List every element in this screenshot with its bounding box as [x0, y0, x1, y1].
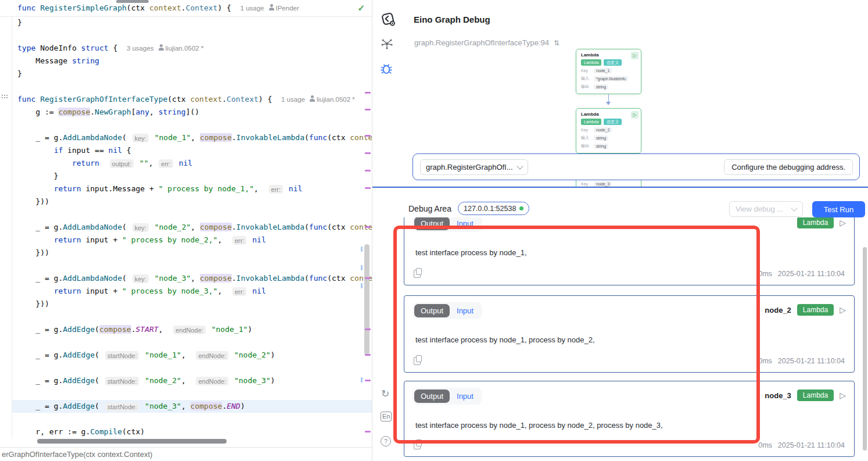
- copy-icon[interactable]: [414, 270, 421, 278]
- sort-icon[interactable]: ⇅: [554, 39, 559, 47]
- code-line[interactable]: })): [12, 246, 372, 259]
- code-line[interactable]: [12, 119, 372, 131]
- code-line[interactable]: [12, 362, 372, 374]
- code-token: .: [131, 325, 136, 334]
- code-line[interactable]: }: [12, 67, 372, 80]
- graph-function-label[interactable]: graph.RegisterGraphOfInterfaceType:94 ⇅: [414, 38, 559, 47]
- play-icon[interactable]: ▷: [840, 391, 846, 400]
- code-line[interactable]: if input == nil {: [12, 144, 372, 157]
- copy-icon[interactable]: [414, 357, 421, 365]
- code-line[interactable]: _ = g.AddLambdaNode( key: "node_3", comp…: [12, 272, 372, 285]
- result-lambda-badge: Lambda: [797, 389, 834, 401]
- code-line[interactable]: _ = g.AddLambdaNode( key: "node_2", comp…: [12, 221, 372, 234]
- code-line[interactable]: [12, 208, 372, 221]
- code-line[interactable]: g := compose.NewGraph[any, string](): [12, 106, 372, 119]
- code-line[interactable]: [12, 387, 372, 400]
- inspection-ok-icon: ✓: [357, 3, 365, 13]
- code-line[interactable]: type NodeInfo struct { 3 usagesliujian.0…: [12, 42, 372, 55]
- gutter-marker-icon[interactable]: [2, 95, 9, 100]
- results-vertical-scrollbar[interactable]: [863, 247, 867, 451]
- result-duration: 0ms: [758, 270, 772, 278]
- panel-divider[interactable]: [372, 187, 868, 188]
- tab-output[interactable]: Output: [414, 389, 450, 403]
- code-line[interactable]: _ = g.AddLambdaNode( key: "node_1", comp…: [12, 131, 372, 144]
- code-line[interactable]: _ = g.AddEdge(compose.START, endNode: "n…: [12, 323, 372, 336]
- code-line[interactable]: }: [12, 16, 372, 29]
- node-row-value: *graph.NodeInfo: [594, 76, 628, 81]
- configure-address-button[interactable]: Configure the debugging address.: [724, 159, 853, 175]
- code-lines[interactable]: }type NodeInfo struct { 3 usagesliujian.…: [12, 16, 372, 438]
- code-token: context: [149, 3, 181, 12]
- code-line[interactable]: })): [12, 195, 372, 208]
- code-token: NodeInfo: [40, 44, 81, 52]
- debug-results-list[interactable]: Output Input Lambda ▷ test interface pro…: [404, 217, 856, 461]
- code-line[interactable]: func RegisterGraphOfInterfaceType(ctx co…: [12, 93, 372, 106]
- code-line[interactable]: r, err := g.Compile(ctx): [12, 426, 372, 438]
- node-row-value: string: [594, 135, 608, 141]
- code-token: .: [90, 108, 95, 116]
- code-token: "node_3": [145, 402, 181, 410]
- node-run-icon[interactable]: ▷: [631, 111, 639, 119]
- code-line[interactable]: [12, 336, 372, 349]
- code-token: [229, 376, 234, 385]
- vcs-changed-marker: [365, 328, 371, 330]
- debug-address-badge[interactable]: 127.0.0.1:52538: [458, 202, 529, 215]
- code-line[interactable]: [12, 413, 372, 426]
- code-line[interactable]: _ = g.AddEdge( startNode: "node_1", endN…: [12, 349, 372, 362]
- graph-node-lambda-1[interactable]: Lambda ▷ Lambda 自定义 Keynode_1 输入*graph.N…: [576, 49, 641, 94]
- node-row-value: node_3: [594, 181, 612, 187]
- code-line[interactable]: [12, 80, 372, 93]
- code-token: startNode:: [105, 351, 139, 360]
- help-icon[interactable]: ?: [381, 436, 391, 446]
- editor-horizontal-scrollbar[interactable]: [37, 439, 227, 444]
- play-icon[interactable]: ▷: [840, 305, 846, 315]
- code-token: startNode:: [105, 402, 139, 411]
- code-line[interactable]: return output: "", err: nil: [12, 157, 372, 170]
- code-line[interactable]: })): [12, 298, 372, 310]
- code-line[interactable]: _ = g.AddEdge( startNode: "node_3", comp…: [12, 400, 372, 413]
- debug-bug-icon[interactable]: [379, 61, 394, 76]
- code-line[interactable]: return input.Message + " process by node…: [12, 183, 372, 195]
- language-en-icon[interactable]: En: [381, 412, 392, 421]
- node-row-label: Key: [581, 128, 590, 132]
- code-token: ,: [191, 274, 200, 283]
- code-line[interactable]: return input + " process by node_3,", er…: [12, 285, 372, 298]
- code-editor-pane[interactable]: }type NodeInfo struct { 3 usagesliujian.…: [0, 0, 372, 461]
- output-input-tabs: Output Input: [413, 302, 482, 319]
- editor-vertical-scrollbar[interactable]: [364, 244, 370, 355]
- code-line[interactable]: _ = g.AddEdge( startNode: "node_2", endN…: [12, 374, 372, 387]
- code-line[interactable]: }: [12, 170, 372, 183]
- sticky-code-line[interactable]: func RegisterSimpleGraph(ctx context.Con…: [0, 0, 372, 17]
- graph-view-icon[interactable]: [381, 37, 393, 50]
- tab-output[interactable]: Output: [414, 217, 450, 230]
- code-token: nil: [289, 184, 302, 193]
- tab-input[interactable]: Input: [450, 217, 480, 230]
- tab-input[interactable]: Input: [450, 304, 480, 317]
- editor-top-scrollbar[interactable]: [116, 0, 149, 3]
- test-run-button[interactable]: Test Run: [812, 201, 865, 217]
- code-token: (ctx: [327, 223, 350, 231]
- code-line[interactable]: [12, 259, 372, 272]
- code-token: AddLambdaNode: [63, 274, 122, 283]
- node-row-label: 输出: [581, 143, 590, 149]
- code-line[interactable]: Message string: [12, 55, 372, 67]
- copy-icon[interactable]: [414, 441, 421, 449]
- code-line[interactable]: return input + " process by node_2,", er…: [12, 234, 372, 246]
- view-debug-dropdown[interactable]: View debug ...: [729, 201, 803, 217]
- tab-output[interactable]: Output: [414, 304, 450, 317]
- graph-select-dropdown[interactable]: graph.RegisterGraphOfI...: [420, 159, 528, 175]
- node-run-icon[interactable]: ▷: [631, 52, 639, 59]
- breadcrumb[interactable]: erGraphOfInterfaceType(ctx context.Conte…: [0, 447, 372, 461]
- refresh-icon[interactable]: ↻: [381, 388, 389, 400]
- debug-result-card-node1: Output Input Lambda ▷ test interface pro…: [404, 217, 855, 285]
- code-token: InvokableLambda: [236, 274, 304, 283]
- graph-node-lambda-2[interactable]: Lambda ▷ Lambda 自定义 Keynode_2 输入string 输…: [576, 108, 641, 153]
- code-line[interactable]: func RegisterSimpleGraph(ctx context.Con…: [12, 0, 372, 16]
- code-line[interactable]: [12, 310, 372, 323]
- play-icon[interactable]: ▷: [840, 218, 846, 227]
- tab-input[interactable]: Input: [450, 389, 480, 403]
- node-row-label: Key: [581, 69, 590, 73]
- result-lambda-badge: Lambda: [797, 217, 834, 228]
- vcs-info-marker: [361, 265, 363, 270]
- code-line[interactable]: [12, 29, 372, 42]
